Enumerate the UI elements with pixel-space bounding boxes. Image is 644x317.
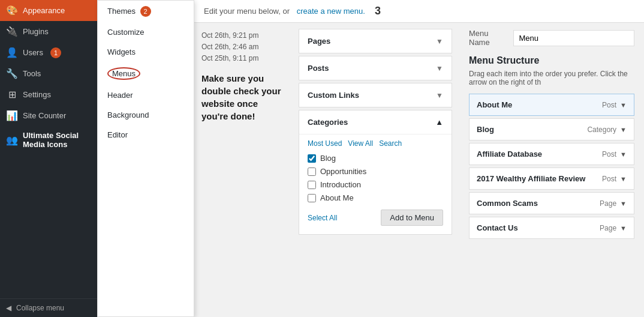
sidebar-item-users[interactable]: 👤 Users 1 — [0, 42, 97, 63]
header-label: Header — [107, 91, 133, 100]
sidebar-label: Tools — [23, 69, 41, 78]
sidebar-label: Users — [23, 48, 43, 57]
menu-item-label: Blog — [477, 125, 494, 134]
dropdown-widgets[interactable]: Widgets — [98, 42, 194, 62]
introduction-checkbox[interactable] — [308, 181, 316, 189]
opportunities-checkbox[interactable] — [308, 168, 316, 176]
tools-icon: 🔧 — [6, 68, 18, 79]
menu-item-affiliate[interactable]: Affiliate Database Post ▼ — [469, 143, 634, 165]
sidebar-label: Settings — [23, 90, 51, 99]
sidebar-item-site-counter[interactable]: 📊 Site Counter — [0, 105, 97, 126]
list-item[interactable]: Blog — [308, 154, 443, 163]
tab-most-used[interactable]: Most Used — [308, 139, 342, 148]
menu-name-row: Menu Name — [469, 29, 634, 47]
plugins-icon: 🔌 — [6, 26, 18, 37]
settings-icon: ⊞ — [6, 89, 18, 100]
users-icon: 👤 — [6, 47, 18, 58]
custom-links-label: Custom Links — [308, 91, 359, 100]
posts-section: Posts ▼ — [299, 56, 452, 80]
list-item[interactable]: About Me — [308, 193, 443, 202]
about-me-checkbox[interactable] — [308, 194, 316, 202]
main-area: Edit your menu below, or create a new me… — [194, 0, 644, 317]
sidebar-item-appearance[interactable]: 🎨 Appearance — [0, 0, 97, 21]
create-menu-link[interactable]: create a new menu. — [297, 7, 365, 16]
right-panel: Menu Name Menu Structure Drag each item … — [459, 23, 644, 317]
content-area: Oct 26th, 9:21 pm Oct 26th, 2:46 am Oct … — [194, 23, 644, 317]
custom-links-header[interactable]: Custom Links ▼ — [299, 83, 452, 107]
menu-item-label: About Me — [477, 100, 512, 109]
menu-dropdown-arrow: ▼ — [620, 225, 627, 232]
themes-label: Themes — [107, 7, 136, 16]
collapse-label: Collapse menu — [16, 304, 64, 312]
menu-item-common-scams[interactable]: Common Scams Page ▼ — [469, 192, 634, 214]
menu-name-label: Menu Name — [469, 29, 507, 47]
widgets-label: Widgets — [107, 47, 136, 56]
opportunities-label: Opportunities — [320, 167, 366, 176]
menu-item-blog[interactable]: Blog Category ▼ — [469, 118, 634, 140]
annotation-panel: Oct 26th, 9:21 pm Oct 26th, 2:46 am Oct … — [194, 23, 291, 317]
tab-view-all[interactable]: View All — [348, 139, 373, 148]
menu-item-wealthy[interactable]: 2017 Wealthy Affiliate Review Post ▼ — [469, 168, 634, 190]
menu-item-about-me[interactable]: About Me Post ▼ — [469, 94, 634, 116]
menu-item-right: Post ▼ — [602, 150, 627, 158]
categories-header[interactable]: Categories ▲ — [299, 110, 452, 134]
list-item[interactable]: Introduction — [308, 180, 443, 189]
menu-item-type: Post — [602, 175, 616, 183]
dropdown-editor[interactable]: Editor — [98, 125, 194, 145]
menu-item-contact-us[interactable]: Contact Us Page ▼ — [469, 217, 634, 239]
counter-icon: 📊 — [6, 110, 18, 121]
themes-badge: 2 — [140, 6, 151, 17]
select-all-link[interactable]: Select All — [308, 214, 337, 222]
dropdown-customize[interactable]: Customize — [98, 22, 194, 42]
blog-checkbox[interactable] — [308, 154, 316, 163]
menu-item-type: Page — [600, 199, 616, 208]
menu-item-right: Post ▼ — [602, 101, 627, 109]
top-bar: Edit your menu below, or create a new me… — [194, 0, 644, 23]
menu-item-label: 2017 Wealthy Affiliate Review — [477, 174, 585, 183]
menu-item-label: Common Scams — [477, 199, 538, 208]
menu-item-type: Post — [602, 150, 616, 158]
menu-dropdown-arrow: ▼ — [620, 200, 627, 207]
sidebar-label: Appearance — [23, 6, 65, 15]
collapse-menu[interactable]: ◀ Collapse menu — [0, 298, 97, 317]
menu-item-type: Category — [587, 125, 616, 134]
custom-links-arrow: ▼ — [436, 91, 443, 100]
custom-links-section: Custom Links ▼ — [299, 83, 452, 107]
dropdown-background[interactable]: Background — [98, 105, 194, 125]
pages-label: Pages — [308, 37, 330, 46]
menu-name-input[interactable] — [513, 30, 634, 46]
dropdown-themes[interactable]: Themes 2 — [98, 1, 194, 22]
menu-dropdown-arrow: ▼ — [620, 101, 627, 109]
add-to-menu-button[interactable]: Add to Menu — [381, 210, 443, 226]
pages-arrow: ▼ — [436, 37, 443, 46]
pages-section: Pages ▼ — [299, 29, 452, 53]
menu-item-right: Page ▼ — [600, 199, 627, 208]
category-actions: Select All Add to Menu — [308, 210, 443, 226]
sidebar-item-settings[interactable]: ⊞ Settings — [0, 84, 97, 105]
sidebar-label: Ultimate Social Media Icons — [23, 131, 91, 149]
menu-structure-title: Menu Structure — [469, 55, 634, 66]
menu-item-type: Page — [600, 224, 616, 232]
menu-dropdown-arrow: ▼ — [620, 175, 627, 183]
categories-section: Categories ▲ Most Used View All Search B… — [299, 110, 452, 235]
menu-dropdown-arrow: ▼ — [620, 126, 627, 133]
dropdown-menus[interactable]: Menus — [98, 62, 194, 85]
list-item[interactable]: Opportunities — [308, 167, 443, 176]
pages-header[interactable]: Pages ▼ — [299, 29, 452, 53]
posts-label: Posts — [308, 64, 329, 73]
sidebar-item-tools[interactable]: 🔧 Tools — [0, 63, 97, 84]
sidebar: 🎨 Appearance 🔌 Plugins 👤 Users 1 🔧 Tools… — [0, 0, 97, 317]
menu-item-label: Contact Us — [477, 223, 518, 232]
menu-item-right: Category ▼ — [587, 125, 627, 134]
tab-search[interactable]: Search — [379, 139, 402, 148]
posts-header[interactable]: Posts ▼ — [299, 56, 452, 80]
sidebar-item-social-icons[interactable]: 👥 Ultimate Social Media Icons — [0, 126, 97, 154]
sidebar-item-plugins[interactable]: 🔌 Plugins — [0, 21, 97, 42]
date-1: Oct 26th, 9:21 pm — [201, 30, 284, 41]
appearance-icon: 🎨 — [6, 5, 18, 16]
category-list: Blog Opportunities Introduction Abo — [308, 154, 443, 202]
editor-label: Editor — [107, 130, 128, 139]
dropdown-header[interactable]: Header — [98, 85, 194, 105]
sidebar-label: Site Counter — [23, 111, 66, 120]
center-panel: Pages ▼ Posts ▼ Custom Links ▼ — [291, 23, 459, 317]
